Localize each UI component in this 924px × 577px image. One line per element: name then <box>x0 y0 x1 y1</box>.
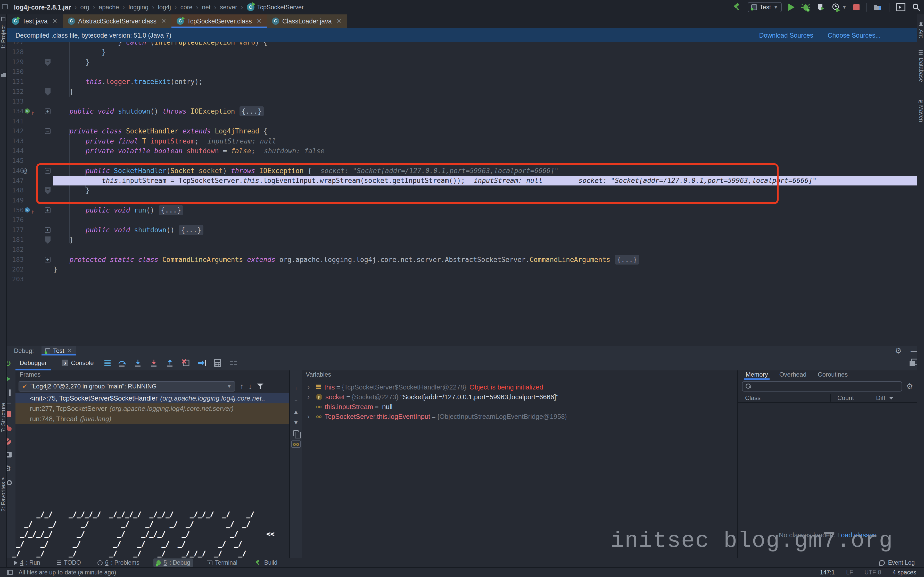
line-ending[interactable]: LF <box>846 569 853 576</box>
evaluate-expression-icon[interactable] <box>213 358 222 367</box>
code-editor[interactable]: 127 } catch (InterruptedException var6) … <box>7 28 917 346</box>
sidebar-item-maven[interactable]: Maven <box>918 105 924 122</box>
toolwindow-button-problems[interactable]: !6: Problems <box>95 558 142 567</box>
tab-overhead[interactable]: Overhead <box>779 371 806 378</box>
fold-expand-icon[interactable]: + <box>45 227 50 233</box>
expand-chevron-icon[interactable]: › <box>307 393 316 401</box>
caret-position[interactable]: 147:1 <box>820 569 835 576</box>
column-count[interactable]: Count <box>830 394 869 401</box>
memory-search-input[interactable] <box>742 381 902 392</box>
fold-expand-icon[interactable]: + <box>45 257 50 263</box>
remove-watch-icon[interactable]: － <box>293 397 299 405</box>
tab-debugger[interactable]: Debugger <box>16 356 51 371</box>
stack-frame-row[interactable]: run:748, Thread(java.lang) <box>16 414 289 424</box>
debug-button[interactable] <box>801 3 810 11</box>
column-diff[interactable]: Diff <box>869 394 893 401</box>
editor-tab[interactable]: CAbstractSocketServer.class✕ <box>63 15 171 28</box>
settings-filter-icon[interactable] <box>229 359 238 367</box>
move-watch-down-icon[interactable]: ▼ <box>293 419 299 426</box>
fold-expand-icon[interactable]: + <box>45 207 50 213</box>
show-watches-icon[interactable]: oo <box>291 440 300 448</box>
toolwindow-button-terminal[interactable]: ❯Terminal <box>204 558 240 567</box>
profiler-button[interactable]: ▼ <box>832 3 846 11</box>
folder-icon[interactable] <box>1 73 6 77</box>
step-over-icon[interactable] <box>117 359 127 367</box>
run-configuration-selector[interactable]: Test ▼ <box>748 2 782 12</box>
run-with-coverage-button[interactable] <box>817 3 825 11</box>
editor-tab[interactable]: CClassLoader.java✕ <box>267 15 347 28</box>
step-out-icon[interactable] <box>165 359 174 367</box>
step-into-icon[interactable] <box>133 359 142 367</box>
variable-row[interactable]: oothis.inputStream= null <box>302 402 737 412</box>
column-class[interactable]: Class <box>745 394 830 401</box>
implement-marker-icon[interactable]: O <box>25 207 30 213</box>
event-log-button[interactable]: Event Log <box>879 559 915 566</box>
sidebar-item-structure[interactable]: 7: Structure <box>0 403 7 432</box>
stack-frame-row[interactable]: <init>:75, TcpSocketServer$SocketHandler… <box>16 393 289 403</box>
breadcrumb-item[interactable]: net <box>202 3 210 11</box>
sidebar-item-ant[interactable]: Ant <box>918 29 924 38</box>
fold-end-icon[interactable]: − <box>45 89 50 95</box>
choose-sources-link[interactable]: Choose Sources... <box>827 32 881 39</box>
close-icon[interactable]: ✕ <box>257 18 262 25</box>
memory-settings-gear-icon[interactable]: ⚙ <box>906 382 913 390</box>
toolwindow-toggle-icon[interactable] <box>7 570 13 575</box>
debug-settings-gear-icon[interactable]: ⚙ <box>895 347 902 355</box>
layout-options-icon[interactable] <box>104 360 111 366</box>
hide-library-frames-icon[interactable] <box>257 383 263 390</box>
run-anything-icon[interactable] <box>896 3 905 11</box>
breadcrumb-leaf[interactable]: CTcpSocketServer <box>247 3 304 11</box>
expand-chevron-icon[interactable]: › <box>307 383 316 391</box>
breadcrumb-item[interactable]: org <box>81 3 89 11</box>
run-button[interactable] <box>788 3 795 11</box>
sidebar-item-favorites[interactable]: 2: Favorites <box>0 482 7 512</box>
breadcrumb-item[interactable]: server <box>220 3 237 11</box>
move-watch-up-icon[interactable]: ▲ <box>293 409 299 415</box>
override-marker-icon[interactable]: O <box>25 108 30 114</box>
force-step-into-icon[interactable] <box>149 359 158 367</box>
duplicate-watch-icon[interactable] <box>293 430 299 436</box>
next-frame-icon[interactable]: ↓ <box>248 382 252 391</box>
breadcrumb-item[interactable]: core <box>181 3 192 11</box>
build-hammer-icon[interactable] <box>733 3 741 11</box>
tab-memory[interactable]: Memory <box>746 371 768 378</box>
toolwindow-button-todo[interactable]: TODO <box>54 558 84 567</box>
sidebar-item-database[interactable]: Database <box>918 58 924 82</box>
close-icon[interactable]: ✕ <box>336 18 342 25</box>
search-everywhere-icon[interactable] <box>912 3 921 11</box>
add-watch-icon[interactable]: ＋ <box>293 385 299 393</box>
previous-frame-icon[interactable]: ↑ <box>240 382 244 391</box>
file-encoding[interactable]: UTF-8 <box>864 569 881 576</box>
variable-row[interactable]: ›this={TcpSocketServer$SocketHandler@227… <box>302 382 737 392</box>
restore-layout-icon[interactable] <box>909 359 918 367</box>
drop-frame-icon[interactable] <box>181 359 191 367</box>
fold-end-icon[interactable]: − <box>45 237 50 244</box>
breadcrumb-item[interactable]: logging <box>128 3 148 11</box>
debug-session-tab[interactable]: Test ✕ <box>42 346 76 356</box>
fold-expand-icon[interactable]: + <box>45 108 50 114</box>
variable-row[interactable]: ›psocket={Socket@2273} "Socket[addr=/127… <box>302 392 737 402</box>
stack-frame-row[interactable]: run:277, TcpSocketServer(org.apache.logg… <box>16 403 289 414</box>
close-icon[interactable]: ✕ <box>161 18 166 25</box>
breadcrumb-item[interactable]: log4j <box>158 3 171 11</box>
breadcrumb-jar[interactable]: log4j-core-2.8.1.jar <box>14 3 71 11</box>
breadcrumb-item[interactable]: apache <box>99 3 119 11</box>
editor-tab[interactable]: CTest.java✕ <box>7 15 63 28</box>
indent-setting[interactable]: 4 spaces <box>893 569 916 576</box>
toolwindow-button-build[interactable]: Build <box>251 558 280 567</box>
toolwindow-button-debug[interactable]: 5: Debug <box>153 558 193 567</box>
download-sources-link[interactable]: Download Sources <box>759 32 813 39</box>
fold-end-icon[interactable]: − <box>45 59 50 66</box>
fold-collapse-icon[interactable]: − <box>45 128 50 134</box>
editor-tab[interactable]: CTcpSocketServer.class✕ <box>171 15 267 28</box>
stop-button[interactable] <box>853 4 859 10</box>
tab-coroutines[interactable]: Coroutines <box>818 371 848 378</box>
run-to-cursor-icon[interactable] <box>197 359 207 367</box>
variable-row[interactable]: ›ooTcpSocketServer.this.logEventInput={O… <box>302 412 737 421</box>
toolwindow-button-run[interactable]: 4: Run <box>11 558 43 567</box>
sidebar-item-project[interactable]: 1: Project <box>0 25 7 49</box>
project-structure-icon[interactable] <box>874 3 882 11</box>
tab-console[interactable]: ❯ Console <box>58 356 98 371</box>
close-icon[interactable]: ✕ <box>52 18 58 25</box>
close-icon[interactable]: ✕ <box>67 347 72 355</box>
